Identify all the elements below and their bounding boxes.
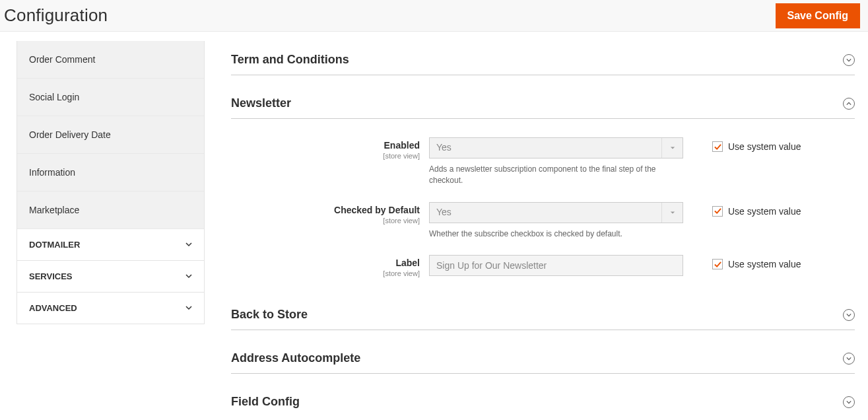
chevron-down-icon: [185, 271, 192, 281]
field-input-col: Yes Whether the subscribe checkbox is ch…: [429, 202, 683, 240]
field-check-col: Use system value: [683, 202, 801, 217]
sidebar-item-social-login[interactable]: Social Login: [17, 79, 204, 116]
use-system-label: Use system value: [728, 259, 801, 269]
sidebar-group-label: SERVICES: [29, 271, 73, 281]
field-label-col: Label [store view]: [231, 255, 429, 277]
use-system-label: Use system value: [728, 206, 801, 217]
section-title: Back to Store: [231, 308, 308, 322]
field-check-col: Use system value: [683, 255, 801, 269]
layout: Order Comment Social Login Order Deliver…: [0, 32, 868, 420]
section-title: Field Config: [231, 395, 300, 409]
section-title: Newsletter: [231, 96, 291, 110]
sidebar-item-order-comment[interactable]: Order Comment: [17, 41, 204, 79]
section-title: Term and Conditions: [231, 53, 349, 67]
field-hint: Whether the subscribe checkbox is checke…: [429, 228, 683, 240]
use-system-checkbox[interactable]: [712, 206, 723, 217]
section-header-back-to-store[interactable]: Back to Store: [231, 300, 855, 330]
section-header-field-config[interactable]: Field Config: [231, 387, 855, 417]
field-row-enabled: Enabled [store view] Yes Adds a newslett…: [231, 137, 855, 186]
field-row-label: Label [store view] Use system value: [231, 255, 855, 277]
expand-icon: [843, 98, 855, 110]
chevron-down-icon: [185, 240, 192, 250]
label-input[interactable]: [429, 255, 683, 276]
field-hint: Adds a newsletter subscription component…: [429, 164, 683, 186]
collapse-icon: [843, 353, 855, 365]
field-label-col: Checked by Default [store view]: [231, 202, 429, 225]
sidebar-group-advanced[interactable]: ADVANCED: [17, 293, 204, 324]
field-scope: [store view]: [231, 217, 420, 225]
use-system-label: Use system value: [728, 141, 801, 152]
sidebar: Order Comment Social Login Order Deliver…: [17, 41, 205, 324]
chevron-down-icon: [185, 303, 192, 313]
top-bar: Configuration Save Config: [0, 0, 868, 32]
save-config-button[interactable]: Save Config: [776, 3, 860, 28]
enabled-select[interactable]: Yes: [429, 137, 683, 158]
field-label-col: Enabled [store view]: [231, 137, 429, 160]
use-system-checkbox[interactable]: [712, 141, 723, 152]
sidebar-group-dotmailer[interactable]: DOTMAILER: [17, 229, 204, 261]
collapse-icon: [843, 309, 855, 321]
select-value: Yes: [430, 138, 661, 158]
section-title: Address Autocomplete: [231, 351, 360, 365]
section-header-terms[interactable]: Term and Conditions: [231, 45, 855, 75]
sidebar-group-services[interactable]: SERVICES: [17, 261, 204, 293]
field-row-checked-default: Checked by Default [store view] Yes Whet…: [231, 202, 855, 240]
field-check-col: Use system value: [683, 137, 801, 152]
collapse-icon: [843, 54, 855, 66]
sidebar-item-order-delivery-date[interactable]: Order Delivery Date: [17, 116, 204, 154]
section-header-address-autocomplete[interactable]: Address Autocomplete: [231, 343, 855, 374]
sidebar-group-label: DOTMAILER: [29, 240, 80, 250]
field-scope: [store view]: [231, 152, 420, 160]
field-input-col: Yes Adds a newsletter subscription compo…: [429, 137, 683, 186]
dropdown-arrow-icon: [661, 203, 683, 223]
dropdown-arrow-icon: [661, 138, 683, 158]
section-body-newsletter: Enabled [store view] Yes Adds a newslett…: [231, 119, 855, 300]
field-label: Enabled: [384, 140, 420, 151]
collapse-icon: [843, 396, 855, 408]
page-title: Configuration: [4, 5, 108, 26]
use-system-checkbox[interactable]: [712, 259, 723, 269]
field-input-col: [429, 255, 683, 276]
field-label: Checked by Default: [334, 205, 420, 215]
checked-default-select[interactable]: Yes: [429, 202, 683, 223]
field-scope: [store view]: [231, 269, 420, 277]
select-value: Yes: [430, 203, 661, 223]
section-header-newsletter[interactable]: Newsletter: [231, 88, 855, 119]
sidebar-group-label: ADVANCED: [29, 303, 77, 313]
main-content: Term and Conditions Newsletter Enabled […: [205, 32, 868, 420]
sidebar-item-information[interactable]: Information: [17, 154, 204, 192]
sidebar-item-marketplace[interactable]: Marketplace: [17, 192, 204, 229]
field-label: Label: [395, 258, 420, 268]
